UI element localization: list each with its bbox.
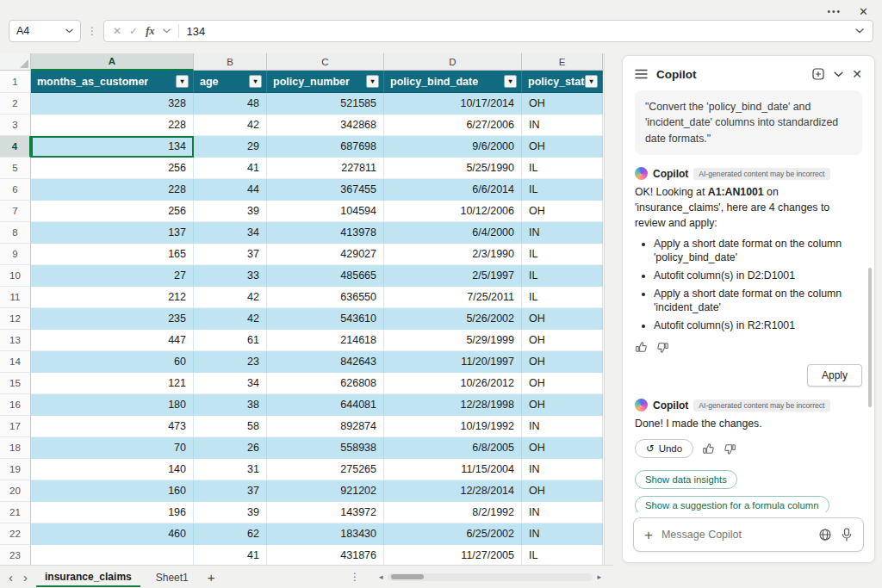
row-number-5[interactable]: 5 [0, 158, 31, 179]
cell-A5[interactable]: 256 [31, 158, 194, 179]
cell-C12[interactable]: 543610 [267, 308, 384, 330]
cell-D10[interactable]: 2/5/1997 [384, 265, 522, 287]
cell-E16[interactable]: OH [522, 394, 603, 416]
cell-E6[interactable]: IL [522, 179, 603, 201]
cell-D21[interactable]: 8/2/1992 [384, 502, 522, 523]
cell-C8[interactable]: 413978 [267, 222, 384, 244]
cell-E23[interactable]: IL [522, 545, 603, 565]
thumbs-down-icon[interactable] [724, 443, 736, 455]
cell-A8[interactable]: 137 [31, 222, 194, 244]
cell-C11[interactable]: 636550 [267, 287, 384, 308]
cell-D14[interactable]: 11/20/1997 [384, 351, 522, 373]
window-close-icon[interactable]: ✕ [859, 6, 868, 17]
suggestion-chip[interactable]: Show a suggestion for a formula column [635, 496, 829, 512]
sheet-nav-next-icon[interactable]: › [22, 571, 29, 584]
cell-A20[interactable]: 160 [31, 480, 194, 502]
scrollbar-track[interactable] [388, 573, 593, 581]
row-number-20[interactable]: 20 [0, 480, 31, 502]
cell-E17[interactable]: IN [522, 416, 603, 437]
cell-C14[interactable]: 842643 [267, 351, 384, 373]
cell-E22[interactable]: IN [522, 523, 603, 545]
cell-B14[interactable]: 23 [194, 351, 267, 373]
expand-formula-bar-icon[interactable] [855, 28, 864, 34]
filter-button[interactable]: ▾ [366, 75, 379, 88]
cell-D7[interactable]: 10/12/2006 [384, 201, 522, 222]
cell-A22[interactable]: 460 [31, 523, 194, 545]
filter-button[interactable]: ▾ [504, 75, 517, 88]
row-number-7[interactable]: 7 [0, 201, 31, 222]
cell-A6[interactable]: 228 [31, 179, 194, 201]
filter-button[interactable]: ▾ [176, 75, 189, 88]
scrollbar-thumb[interactable] [391, 574, 424, 579]
row-number-17[interactable]: 17 [0, 416, 31, 437]
cell-B11[interactable]: 42 [194, 287, 267, 308]
formula-input[interactable]: ✕ ✓ fx 134 [103, 20, 873, 42]
suggestion-chip[interactable]: Show data insights [635, 470, 737, 489]
cell-B23[interactable]: 41 [194, 545, 267, 565]
row-number-18[interactable]: 18 [0, 437, 31, 459]
cell-E13[interactable]: OH [522, 330, 603, 351]
cell-E8[interactable]: IN [522, 222, 603, 244]
cell-D5[interactable]: 5/25/1990 [384, 158, 522, 179]
formula-value[interactable]: 134 [187, 25, 848, 38]
add-sheet-button[interactable]: + [204, 570, 219, 585]
cell-A21[interactable]: 196 [31, 502, 194, 523]
row-number-15[interactable]: 15 [0, 373, 31, 394]
row-number-19[interactable]: 19 [0, 459, 31, 480]
row-number-16[interactable]: 16 [0, 394, 31, 416]
cell-A18[interactable]: 70 [31, 437, 194, 459]
cell-B17[interactable]: 58 [194, 416, 267, 437]
new-chat-icon[interactable] [811, 67, 825, 81]
row-number-23[interactable]: 23 [0, 545, 31, 565]
cell-B20[interactable]: 37 [194, 480, 267, 502]
cell-D12[interactable]: 5/26/2002 [384, 308, 522, 330]
apply-button[interactable]: Apply [807, 364, 862, 387]
insert-function-icon[interactable]: fx [146, 25, 154, 38]
filter-button[interactable]: ▾ [249, 75, 262, 88]
cell-E12[interactable]: OH [522, 308, 603, 330]
undo-button[interactable]: ↺ Undo [635, 439, 693, 458]
cell-D16[interactable]: 12/28/1998 [384, 394, 522, 416]
confirm-icon[interactable]: ✓ [129, 26, 138, 36]
cell-A12[interactable]: 235 [31, 308, 194, 330]
cell-B2[interactable]: 48 [194, 93, 267, 115]
column-header-c[interactable]: C [267, 53, 384, 71]
column-header-e[interactable]: E [522, 53, 603, 71]
hamburger-menu-icon[interactable] [635, 69, 648, 79]
cell-C23[interactable]: 431876 [267, 545, 384, 565]
more-options-icon[interactable]: ••• [828, 7, 842, 16]
cell-C3[interactable]: 342868 [267, 115, 384, 136]
cell-B12[interactable]: 42 [194, 308, 267, 330]
cell-B9[interactable]: 37 [194, 244, 267, 265]
header-cell-policy-state[interactable]: policy_state ▾ [522, 71, 603, 93]
cell-B5[interactable]: 41 [194, 158, 267, 179]
column-header-a[interactable]: A [31, 53, 194, 71]
cell-A17[interactable]: 473 [31, 416, 194, 437]
cell-D22[interactable]: 6/25/2002 [384, 523, 522, 545]
cell-A2[interactable]: 328 [31, 93, 194, 115]
cell-A15[interactable]: 121 [31, 373, 194, 394]
cell-B4[interactable]: 29 [194, 136, 267, 158]
row-number-3[interactable]: 3 [0, 115, 31, 136]
cell-D18[interactable]: 6/8/2005 [384, 437, 522, 459]
cell-E9[interactable]: IL [522, 244, 603, 265]
copilot-close-icon[interactable]: ✕ [852, 68, 862, 80]
cell-E2[interactable]: OH [522, 93, 603, 115]
cell-D13[interactable]: 5/29/1999 [384, 330, 522, 351]
cell-B3[interactable]: 42 [194, 115, 267, 136]
message-copilot-input[interactable]: + Message Copilot [633, 517, 864, 552]
cell-D19[interactable]: 11/15/2004 [384, 459, 522, 480]
name-box-options-icon[interactable]: ⋮ [87, 25, 97, 37]
header-cell-policy-number[interactable]: policy_number ▾ [267, 71, 384, 93]
cancel-icon[interactable]: ✕ [113, 26, 121, 36]
cell-E4[interactable]: OH [522, 136, 603, 158]
horizontal-scrollbar[interactable]: ◂ ▸ [379, 573, 601, 581]
cell-A23[interactable] [31, 545, 194, 565]
thumbs-up-icon[interactable] [635, 341, 648, 354]
row-number-4[interactable]: 4 [0, 136, 31, 158]
cell-C21[interactable]: 143972 [267, 502, 384, 523]
cell-C20[interactable]: 921202 [267, 480, 384, 502]
row-number-13[interactable]: 13 [0, 330, 31, 351]
scroll-left-icon[interactable]: ◂ [379, 573, 383, 581]
cell-B8[interactable]: 34 [194, 222, 267, 244]
